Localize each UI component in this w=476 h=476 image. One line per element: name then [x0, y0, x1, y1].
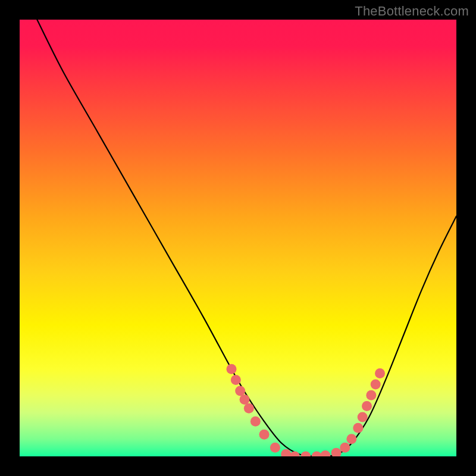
- curve-dot: [250, 416, 261, 427]
- curve-dot: [371, 379, 381, 389]
- curve-dot: [366, 390, 376, 400]
- curve-dot: [281, 449, 291, 456]
- chart-canvas: TheBottleneck.com: [0, 0, 476, 476]
- curve-dot: [346, 434, 356, 444]
- bottleneck-curve: [37, 20, 456, 456]
- curve-dot: [231, 375, 241, 385]
- curve-dot: [270, 443, 280, 453]
- plot-area: [20, 20, 456, 456]
- curve-dot: [290, 452, 300, 457]
- curve-dot: [375, 368, 385, 378]
- curve-dot: [340, 443, 350, 453]
- curve-svg: [20, 20, 456, 456]
- watermark-text: TheBottleneck.com: [355, 4, 469, 19]
- curve-dot: [353, 423, 363, 433]
- curve-dots: [226, 364, 385, 456]
- curve-dot: [259, 430, 270, 440]
- curve-dot: [331, 448, 342, 456]
- curve-dot: [320, 450, 330, 456]
- curve-dot: [358, 412, 368, 422]
- curve-dot: [312, 452, 322, 457]
- curve-dot: [235, 386, 245, 396]
- curve-dot: [240, 394, 250, 405]
- curve-dot: [226, 364, 236, 374]
- curve-dot: [362, 401, 372, 411]
- curve-dot: [244, 403, 254, 414]
- curve-dot: [300, 452, 311, 457]
